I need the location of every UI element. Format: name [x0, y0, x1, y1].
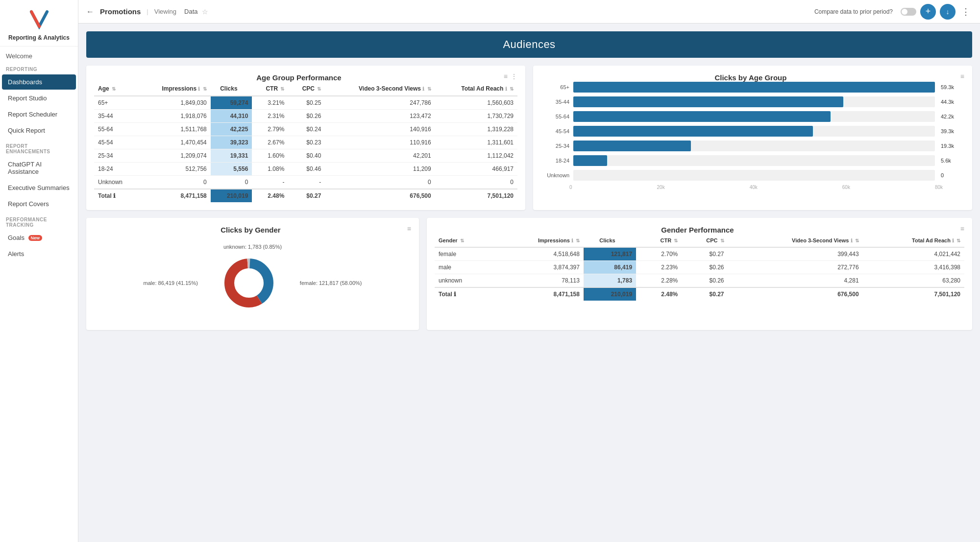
col-ctr: CTR ⇅	[252, 82, 288, 96]
clicks-age-toolbar[interactable]: ≡	[960, 72, 964, 80]
impressions-cell: 1,849,030	[139, 96, 211, 110]
ctr-cell: 1.60%	[252, 149, 288, 163]
bar-fill	[573, 155, 607, 166]
video3s-cell: 11,209	[325, 163, 435, 176]
cpc-cell: $0.24	[288, 123, 325, 136]
impressions-cell: 1,470,454	[139, 136, 211, 149]
gcol-clicks[interactable]: Clicks ↑	[584, 234, 636, 247]
sidebar-item-alerts[interactable]: Alerts	[2, 246, 76, 261]
total-label: Total ℹ	[435, 287, 494, 301]
clicks-cell: 42,225	[211, 123, 252, 136]
filter-icon[interactable]: ≡	[504, 72, 508, 80]
row-2: Clicks by Gender ≡ unknown: 1,783 (0.85%…	[86, 218, 972, 330]
clicks-cell: 86,419	[584, 261, 636, 274]
bar-label: 35-44	[545, 99, 569, 105]
sidebar-item-chatgpt[interactable]: ChatGPT AI Assistance	[2, 157, 76, 179]
bar-value: 0	[941, 172, 960, 178]
bar-value: 44.3k	[941, 99, 960, 105]
impressions-cell: 0	[139, 176, 211, 189]
back-button[interactable]: ←	[86, 7, 94, 16]
sidebar-item-exec-summaries[interactable]: Executive Summaries	[2, 180, 76, 195]
sidebar-item-report-studio[interactable]: Report Studio	[2, 91, 76, 106]
download-button[interactable]: ↓	[940, 4, 956, 20]
bar-fill	[573, 126, 813, 137]
more-menu-button[interactable]: ⋮	[959, 4, 972, 19]
app-title: Reporting & Analytics	[8, 34, 70, 42]
table-row: 55-64 1,511,768 42,225 2.79% $0.24 140,9…	[94, 123, 517, 136]
total-ctr: 2.48%	[252, 189, 288, 202]
total-impressions: 8,471,158	[494, 287, 584, 301]
age-cell: 45-54	[94, 136, 139, 149]
table-row: Unknown 0 0 - - 0 0	[94, 176, 517, 189]
video3s-cell: 0	[325, 176, 435, 189]
reach-cell: 4,021,442	[863, 247, 964, 261]
sidebar-item-dashboards[interactable]: Dashboards	[2, 74, 76, 90]
cpc-cell: $0.46	[288, 163, 325, 176]
table-row: female 4,518,648 121,817 2.70% $0.27 399…	[435, 247, 964, 261]
more-icon[interactable]: ⋮	[511, 72, 517, 80]
reach-cell: 1,112,042	[435, 149, 517, 163]
impressions-cell: 1,209,074	[139, 149, 211, 163]
filter2-icon[interactable]: ≡	[960, 72, 964, 80]
cpc-cell: $0.25	[288, 96, 325, 110]
gender-donut-toolbar[interactable]: ≡	[407, 225, 411, 233]
gcol-impressions: Impressions ℹ ⇅	[494, 234, 584, 247]
filter3-icon[interactable]: ≡	[407, 225, 411, 233]
col-impressions: Impressions ℹ ⇅	[139, 82, 211, 96]
age-cell: 65+	[94, 96, 139, 110]
ctr-cell: 3.21%	[252, 96, 288, 110]
sidebar-item-goals[interactable]: Goals New	[2, 230, 76, 245]
gender-cell: female	[435, 247, 494, 261]
compare-toggle[interactable]	[901, 8, 916, 16]
impressions-cell: 3,874,397	[494, 261, 584, 274]
sidebar-item-report-covers[interactable]: Report Covers	[2, 196, 76, 212]
row-1: Age Group Performance ≡ ⋮ Age ⇅ Impressi…	[86, 66, 972, 210]
gender-performance-title: Gender Performance	[661, 226, 734, 234]
ctr-cell: 2.79%	[252, 123, 288, 136]
add-button[interactable]: +	[920, 4, 936, 20]
impressions-cell: 1,918,076	[139, 110, 211, 123]
age-cell: 18-24	[94, 163, 139, 176]
bar-fill	[573, 141, 691, 151]
sidebar-item-report-scheduler[interactable]: Report Scheduler	[2, 107, 76, 122]
topbar: ← Promotions | Viewing Data ☆ Compare da…	[78, 0, 980, 24]
cpc-cell: -	[288, 176, 325, 189]
bar-row: Unknown 0	[545, 170, 960, 181]
reach-cell: 1,730,729	[435, 110, 517, 123]
bar-value: 39.3k	[941, 128, 960, 134]
impressions-cell: 512,756	[139, 163, 211, 176]
sidebar-section-reporting: REPORTING	[0, 62, 78, 74]
donut-svg	[220, 254, 278, 312]
gcol-ctr: CTR ⇅	[636, 234, 682, 247]
gender-card-toolbar[interactable]: ≡	[960, 225, 964, 233]
clicks-cell: 59,274	[211, 96, 252, 110]
male-legend: male: 86,419 (41.15%)	[144, 280, 198, 286]
reach-cell: 466,917	[435, 163, 517, 176]
video3s-cell: 140,916	[325, 123, 435, 136]
col-clicks[interactable]: Clicks ↑	[211, 82, 252, 96]
ctr-cell: 2.31%	[252, 110, 288, 123]
goals-new-badge: New	[28, 235, 43, 241]
bar-track	[573, 155, 935, 166]
table-row: male 3,874,397 86,419 2.23% $0.26 272,77…	[435, 261, 964, 274]
clicks-age-title: Clicks by Age Group	[714, 73, 786, 82]
bar-fill	[573, 96, 843, 107]
topbar-data[interactable]: Data	[184, 8, 197, 15]
sidebar-welcome[interactable]: Welcome	[0, 47, 78, 62]
axis-label: 80k	[935, 185, 943, 190]
favorite-icon[interactable]: ☆	[202, 8, 208, 16]
age-card-toolbar[interactable]: ≡ ⋮	[504, 72, 517, 80]
total-reach: 7,501,120	[435, 189, 517, 202]
clicks-by-gender-card: Clicks by Gender ≡ unknown: 1,783 (0.85%…	[86, 218, 419, 330]
age-performance-title: Age Group Performance	[256, 73, 341, 82]
sidebar-logo: Reporting & Analytics	[0, 0, 78, 47]
gender-cell: male	[435, 261, 494, 274]
sidebar-item-quick-report[interactable]: Quick Report	[2, 123, 76, 138]
bar-label: Unknown	[545, 172, 569, 178]
bar-row: 55-64 42.2k	[545, 111, 960, 122]
bar-value: 19.3k	[941, 143, 960, 149]
filter4-icon[interactable]: ≡	[960, 225, 964, 233]
total-cpc: $0.27	[682, 287, 728, 301]
cpc-cell: $0.27	[682, 247, 728, 261]
bar-label: 65+	[545, 84, 569, 90]
